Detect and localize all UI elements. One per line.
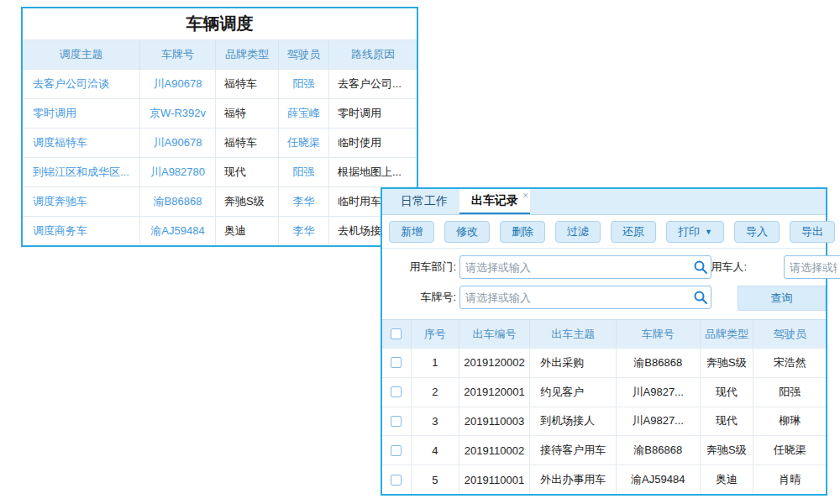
plate-link[interactable]: 渝B86868 bbox=[617, 349, 701, 377]
table-row[interactable]: 调度奔驰车 渝B86868 奔驰S级 李华 临时用车 bbox=[23, 186, 417, 216]
subject-link[interactable]: 外出办事用车 bbox=[530, 465, 617, 494]
plate-link[interactable]: 川A9827... bbox=[617, 378, 701, 407]
dispatch-subject-link[interactable]: 到锦江区和成华区... bbox=[23, 158, 140, 186]
driver-link[interactable]: 任晓渠 bbox=[753, 436, 826, 465]
checkbox-cell bbox=[382, 465, 412, 494]
subject-link[interactable]: 到机场接人 bbox=[530, 407, 617, 436]
query-button[interactable]: 查询 bbox=[738, 286, 826, 311]
table-row[interactable]: 调度福特车 川A90678 福特车 任晓渠 临时使用 bbox=[23, 128, 417, 157]
driver-link[interactable]: 阳强 bbox=[279, 70, 329, 98]
column-header-reason[interactable]: 路线原因 bbox=[329, 40, 417, 69]
column-header-subject[interactable]: 出车主题 bbox=[530, 320, 617, 348]
edit-button[interactable]: 修改 bbox=[444, 221, 490, 243]
table-row[interactable]: 2 2019120001 约见客户 川A9827... 现代 阳强 bbox=[382, 377, 826, 407]
tab-trip-records[interactable]: 出车记录 × bbox=[459, 189, 530, 214]
row-checkbox[interactable] bbox=[391, 416, 402, 427]
dept-label: 用车部门: bbox=[392, 255, 456, 279]
code-link[interactable]: 2019110002 bbox=[459, 436, 531, 465]
restore-button[interactable]: 还原 bbox=[611, 221, 656, 243]
code-link[interactable]: 2019120001 bbox=[459, 378, 531, 407]
panel-title: 车辆调度 bbox=[23, 8, 417, 39]
column-header-brand[interactable]: 品牌类型 bbox=[216, 40, 279, 69]
plate-link[interactable]: 渝B86868 bbox=[617, 436, 701, 465]
plate-link[interactable]: 川A90678 bbox=[140, 129, 216, 157]
plate-input[interactable] bbox=[460, 291, 692, 304]
column-header-brand[interactable]: 品牌类型 bbox=[701, 320, 754, 348]
table-row[interactable]: 4 2019110002 接待客户用车 渝B86868 奔驰S级 任晓渠 bbox=[382, 435, 826, 465]
subject-link[interactable]: 外出采购 bbox=[530, 349, 617, 377]
dispatch-subject-link[interactable]: 零时调用 bbox=[23, 99, 140, 128]
column-header-code[interactable]: 出车编号 bbox=[459, 320, 531, 348]
plate-link[interactable]: 川A90678 bbox=[140, 70, 216, 98]
driver-link[interactable]: 薛宝峰 bbox=[279, 99, 329, 128]
brand-cell: 现代 bbox=[216, 158, 279, 186]
plate-link[interactable]: 川A9827... bbox=[617, 407, 701, 436]
driver-link[interactable]: 李华 bbox=[279, 217, 329, 245]
row-checkbox[interactable] bbox=[391, 475, 402, 486]
dispatch-subject-link[interactable]: 去客户公司洽谈 bbox=[23, 70, 140, 98]
table-row[interactable]: 去客户公司洽谈 川A90678 福特车 阳强 去客户公司... bbox=[23, 69, 417, 98]
column-header-subject[interactable]: 调度主题 bbox=[23, 40, 140, 69]
code-link[interactable]: 2019110001 bbox=[459, 465, 531, 494]
brand-cell: 奔驰S级 bbox=[701, 436, 754, 465]
dispatch-table-header: 调度主题 车牌号 品牌类型 驾驶员 路线原因 bbox=[23, 39, 417, 69]
search-icon[interactable] bbox=[692, 289, 709, 306]
dispatch-subject-link[interactable]: 调度商务车 bbox=[23, 217, 140, 245]
print-button-label: 打印 bbox=[678, 224, 700, 239]
no-cell: 1 bbox=[412, 349, 459, 377]
driver-link[interactable]: 宋浩然 bbox=[753, 349, 826, 377]
driver-link[interactable]: 任晓渠 bbox=[279, 129, 329, 157]
dept-input[interactable] bbox=[460, 261, 692, 274]
reason-cell: 临时使用 bbox=[329, 129, 417, 157]
checkbox-cell bbox=[382, 349, 412, 377]
driver-link[interactable]: 肖晴 bbox=[753, 465, 826, 494]
delete-button[interactable]: 删除 bbox=[500, 221, 545, 243]
row-checkbox[interactable] bbox=[391, 357, 402, 368]
driver-link[interactable]: 阳强 bbox=[279, 158, 329, 186]
table-row[interactable]: 3 2019110003 到机场接人 川A9827... 现代 柳琳 bbox=[382, 407, 826, 436]
column-header-plate[interactable]: 车牌号 bbox=[617, 320, 701, 348]
plate-link[interactable]: 渝B86868 bbox=[140, 187, 216, 216]
brand-cell: 福特车 bbox=[216, 70, 279, 98]
export-button[interactable]: 导出 bbox=[790, 221, 835, 243]
user-input[interactable] bbox=[785, 261, 840, 274]
driver-link[interactable]: 李华 bbox=[279, 187, 329, 216]
print-button[interactable]: 打印 ▼ bbox=[666, 221, 724, 243]
table-row[interactable]: 5 2019110001 外出办事用车 渝AJ59484 奥迪 肖晴 bbox=[382, 465, 826, 494]
checkbox-cell bbox=[382, 378, 412, 407]
column-header-driver[interactable]: 驾驶员 bbox=[279, 40, 329, 69]
plate-link[interactable]: 川A982780 bbox=[140, 158, 216, 186]
row-checkbox[interactable] bbox=[391, 386, 402, 397]
plate-link[interactable]: 京W-R392v bbox=[140, 99, 216, 128]
tab-daily-work[interactable]: 日常工作 bbox=[389, 189, 459, 214]
code-link[interactable]: 2019120002 bbox=[459, 349, 531, 377]
table-row[interactable]: 1 2019120002 外出采购 渝B86868 奔驰S级 宋浩然 bbox=[382, 348, 826, 377]
plate-link[interactable]: 渝AJ59484 bbox=[617, 465, 701, 494]
user-label: 用车人: bbox=[695, 255, 747, 279]
subject-link[interactable]: 接待客户用车 bbox=[530, 436, 617, 465]
dispatch-subject-link[interactable]: 调度奔驰车 bbox=[23, 187, 140, 216]
subject-link[interactable]: 约见客户 bbox=[530, 378, 617, 407]
plate-label: 车牌号: bbox=[392, 286, 456, 309]
table-row[interactable]: 调度商务车 渝AJ59484 奥迪 李华 去机场接 bbox=[23, 216, 417, 245]
close-tab-icon[interactable]: × bbox=[522, 191, 528, 201]
code-link[interactable]: 2019110003 bbox=[459, 407, 531, 436]
table-row[interactable]: 到锦江区和成华区... 川A982780 现代 阳强 根据地图上... bbox=[23, 157, 417, 186]
driver-link[interactable]: 阳强 bbox=[753, 378, 826, 407]
filter-button[interactable]: 过滤 bbox=[555, 221, 601, 243]
column-header-no[interactable]: 序号 bbox=[412, 320, 459, 348]
plate-link[interactable]: 渝AJ59484 bbox=[140, 217, 216, 245]
column-header-driver[interactable]: 驾驶员 bbox=[753, 320, 826, 348]
row-checkbox[interactable] bbox=[391, 445, 402, 456]
column-header-plate[interactable]: 车牌号 bbox=[140, 40, 216, 69]
dispatch-subject-link[interactable]: 调度福特车 bbox=[23, 129, 140, 157]
driver-link[interactable]: 柳琳 bbox=[753, 407, 826, 436]
brand-cell: 现代 bbox=[701, 407, 754, 436]
add-button[interactable]: 新增 bbox=[389, 221, 434, 243]
plate-field bbox=[459, 286, 711, 309]
table-row[interactable]: 零时调用 京W-R392v 福特 薛宝峰 零时调用 bbox=[23, 98, 417, 128]
select-all-checkbox[interactable] bbox=[391, 328, 402, 339]
import-button[interactable]: 导入 bbox=[734, 221, 780, 243]
brand-cell: 福特 bbox=[216, 99, 279, 128]
brand-cell: 奥迪 bbox=[216, 217, 279, 245]
